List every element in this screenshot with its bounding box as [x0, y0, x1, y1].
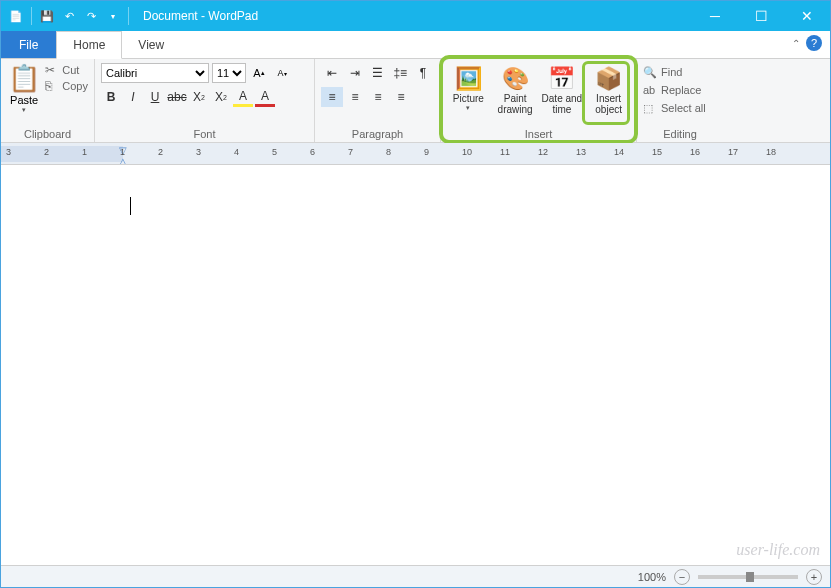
- find-icon: 🔍: [643, 66, 657, 79]
- ruler-number: 6: [310, 147, 315, 157]
- date-time-button[interactable]: 📅 Date and time: [541, 63, 584, 117]
- qat-dropdown-icon[interactable]: ▾: [104, 7, 122, 25]
- select-all-button[interactable]: ⬚ Select all: [643, 99, 717, 117]
- collapse-ribbon-icon[interactable]: ⌃: [792, 38, 800, 49]
- ruler-number: 15: [652, 147, 662, 157]
- ruler-number: 17: [728, 147, 738, 157]
- paste-label: Paste: [10, 94, 38, 106]
- increase-indent-button[interactable]: ⇥: [344, 63, 366, 83]
- font-color-button[interactable]: A: [255, 87, 275, 107]
- underline-button[interactable]: U: [145, 87, 165, 107]
- shrink-font-button[interactable]: A▾: [272, 63, 292, 83]
- minimize-button[interactable]: ─: [692, 1, 738, 31]
- italic-button[interactable]: I: [123, 87, 143, 107]
- ruler-number: 13: [576, 147, 586, 157]
- status-bar: 100% − +: [1, 565, 830, 587]
- insert-group-label: Insert: [447, 126, 630, 140]
- line-spacing-button[interactable]: ‡≡: [389, 63, 411, 83]
- text-cursor: [130, 197, 131, 215]
- ruler-number: 10: [462, 147, 472, 157]
- grow-font-button[interactable]: A▴: [249, 63, 269, 83]
- ruler-number: 2: [158, 147, 163, 157]
- ribbon-tabs: File Home View ⌃ ?: [1, 31, 830, 59]
- redo-icon[interactable]: ↷: [82, 7, 100, 25]
- editing-group-label: Editing: [643, 126, 717, 140]
- ruler-number: 1: [120, 147, 125, 157]
- cut-button[interactable]: ✂ Cut: [45, 63, 88, 77]
- copy-label: Copy: [62, 80, 88, 92]
- close-button[interactable]: ✕: [784, 1, 830, 31]
- replace-label: Replace: [661, 84, 701, 96]
- bullet-list-button[interactable]: ☰: [367, 63, 389, 83]
- highlight-color-button[interactable]: A: [233, 87, 253, 107]
- group-insert: 🖼️ Picture ▾ 🎨 Paint drawing 📅 Date and …: [441, 59, 637, 142]
- chevron-down-icon: ▾: [22, 106, 26, 114]
- scissors-icon: ✂: [45, 63, 59, 77]
- window-title: Document - WordPad: [137, 9, 692, 23]
- undo-icon[interactable]: ↶: [60, 7, 78, 25]
- paragraph-dialog-button[interactable]: ¶: [412, 63, 434, 83]
- horizontal-ruler[interactable]: ▽△ 321123456789101112131415161718: [1, 143, 830, 165]
- selectall-label: Select all: [661, 102, 706, 114]
- superscript-button[interactable]: X2: [211, 87, 231, 107]
- find-label: Find: [661, 66, 682, 78]
- ruler-number: 4: [234, 147, 239, 157]
- zoom-out-button[interactable]: −: [674, 569, 690, 585]
- tab-file[interactable]: File: [1, 31, 56, 59]
- find-button[interactable]: 🔍 Find: [643, 63, 717, 81]
- ruler-number: 8: [386, 147, 391, 157]
- document-area[interactable]: [4, 167, 827, 563]
- maximize-button[interactable]: ☐: [738, 1, 784, 31]
- group-editing: 🔍 Find ab Replace ⬚ Select all Editing: [637, 59, 723, 142]
- zoom-slider[interactable]: [698, 575, 798, 579]
- align-center-button[interactable]: ≡: [344, 87, 366, 107]
- paste-button[interactable]: 📋 Paste ▾: [7, 63, 41, 114]
- copy-icon: ⎘: [45, 79, 59, 93]
- ruler-number: 16: [690, 147, 700, 157]
- help-icon[interactable]: ?: [806, 35, 822, 51]
- ruler-number: 5: [272, 147, 277, 157]
- ruler-number: 1: [82, 147, 87, 157]
- insert-picture-button[interactable]: 🖼️ Picture ▾: [447, 63, 490, 117]
- watermark: user-life.com: [736, 541, 820, 559]
- ruler-number: 14: [614, 147, 624, 157]
- subscript-button[interactable]: X2: [189, 87, 209, 107]
- paint-drawing-button[interactable]: 🎨 Paint drawing: [494, 63, 537, 117]
- paste-icon: 📋: [8, 63, 40, 94]
- decrease-indent-button[interactable]: ⇤: [321, 63, 343, 83]
- ruler-number: 7: [348, 147, 353, 157]
- ruler-number: 11: [500, 147, 510, 157]
- zoom-level: 100%: [638, 571, 666, 583]
- title-bar: 📄 💾 ↶ ↷ ▾ Document - WordPad ─ ☐ ✕: [1, 1, 830, 31]
- window-controls: ─ ☐ ✕: [692, 1, 830, 31]
- ruler-number: 9: [424, 147, 429, 157]
- strikethrough-button[interactable]: abc: [167, 87, 187, 107]
- select-all-icon: ⬚: [643, 102, 657, 115]
- align-right-button[interactable]: ≡: [367, 87, 389, 107]
- zoom-in-button[interactable]: +: [806, 569, 822, 585]
- justify-button[interactable]: ≡: [390, 87, 412, 107]
- group-font: Calibri 11 A▴ A▾ B I U abc X2 X2 A A Fon…: [95, 59, 315, 142]
- ruler-number: 3: [6, 147, 11, 157]
- font-size-select[interactable]: 11: [212, 63, 246, 83]
- copy-button[interactable]: ⎘ Copy: [45, 79, 88, 93]
- picture-icon: 🖼️: [455, 65, 482, 93]
- align-left-button[interactable]: ≡: [321, 87, 343, 107]
- group-paragraph: ⇤ ⇥ ☰ ‡≡ ¶ ≡ ≡ ≡ ≡ Paragraph: [315, 59, 441, 142]
- wordpad-icon[interactable]: 📄: [7, 7, 25, 25]
- font-group-label: Font: [101, 126, 308, 140]
- object-label: Insert object: [587, 93, 630, 115]
- datetime-label: Date and time: [541, 93, 584, 115]
- ruler-number: 18: [766, 147, 776, 157]
- save-icon[interactable]: 💾: [38, 7, 56, 25]
- ruler-number: 3: [196, 147, 201, 157]
- insert-object-button[interactable]: 📦 Insert object: [587, 63, 630, 117]
- font-name-select[interactable]: Calibri: [101, 63, 209, 83]
- calendar-icon: 📅: [548, 65, 575, 93]
- tab-view[interactable]: View: [122, 31, 180, 59]
- bold-button[interactable]: B: [101, 87, 121, 107]
- palette-icon: 🎨: [502, 65, 529, 93]
- tab-home[interactable]: Home: [56, 31, 122, 59]
- object-icon: 📦: [595, 65, 622, 93]
- replace-button[interactable]: ab Replace: [643, 81, 717, 99]
